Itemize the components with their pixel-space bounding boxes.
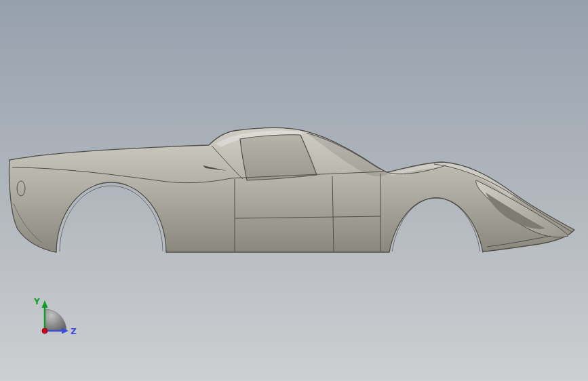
y-axis-label: Y — [33, 297, 40, 306]
z-axis-label: Z — [71, 327, 77, 336]
y-axis-arrowhead — [42, 300, 48, 308]
car-body-model[interactable] — [0, 0, 588, 381]
cad-viewport[interactable]: Y Z — [0, 0, 588, 381]
x-axis-dot — [42, 328, 47, 334]
triad-fan — [45, 309, 66, 331]
orientation-triad: Y Z — [33, 296, 80, 346]
